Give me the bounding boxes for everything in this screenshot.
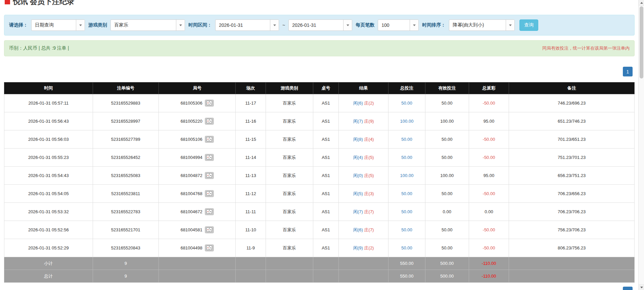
view-cards-icon[interactable] (205, 244, 214, 251)
time-range-label: 时间区间： (188, 22, 212, 28)
cell-time: 2026-01-31 05:54:43 (4, 167, 93, 185)
view-cards-icon[interactable] (205, 226, 214, 233)
result-player: 闲(0) (353, 173, 363, 178)
cell-total-bet[interactable]: 100.00 (388, 167, 425, 185)
view-cards-icon[interactable] (205, 172, 214, 179)
table-row: 2026-01-31 05:52:56523165521701681004581… (4, 221, 635, 239)
cards-graphic (205, 118, 213, 124)
result-banker: 庄(4) (364, 137, 374, 142)
cell-total-bet[interactable]: 50.00 (388, 221, 425, 239)
scrollbar-thumb[interactable] (640, 6, 643, 78)
footer-label: 小计 (4, 257, 93, 270)
cell-payout: -50.00 (469, 239, 509, 257)
page-size-label: 每页笔数 (356, 22, 374, 28)
footer-cell (339, 270, 388, 283)
cell-table-no: AS1 (313, 167, 338, 185)
cell-time: 2026-01-31 05:57:11 (4, 94, 93, 112)
result-banker: 庄(9) (364, 119, 374, 124)
cell-session: 11-16 (236, 112, 266, 130)
cell-session: 11-17 (236, 94, 266, 112)
cell-session: 11-12 (236, 185, 266, 203)
cell-note: 756.23/706.23 (509, 221, 635, 239)
cell-total-bet[interactable]: 50.00 (388, 185, 425, 203)
summary-notice: 同局有效投注，统一计算在该局第一张注单内 (542, 45, 630, 51)
view-cards-icon[interactable] (205, 100, 214, 107)
time-sort-select[interactable]: 降幂(由大到小) (449, 19, 515, 31)
cell-time: 2026-01-31 05:52:56 (4, 221, 93, 239)
cell-valid-bet: 50.00 (425, 221, 469, 239)
pagination-page-1[interactable]: 1 (623, 67, 633, 76)
cell-payout: -50.00 (469, 130, 509, 149)
cell-time: 2026-01-31 05:55:23 (4, 149, 93, 167)
round-number: 681004994 (181, 155, 202, 160)
table-row: 2026-01-31 05:55:23523165526452681004994… (4, 149, 635, 167)
cards-graphic (205, 154, 213, 161)
page-title: 悦讯 会员下注纪录 (13, 0, 74, 7)
cell-valid-bet: 50.00 (425, 239, 469, 257)
round-number: 681004581 (181, 227, 202, 232)
cards-graphic (205, 136, 213, 142)
cell-round-id: 681004498 (158, 239, 235, 257)
chevron-down-icon (270, 20, 279, 31)
query-type-label: 请选择： (9, 22, 28, 28)
result-banker: 庄(2) (364, 101, 374, 106)
cards-graphic (205, 209, 213, 215)
cell-time: 2026-01-31 05:56:43 (4, 112, 93, 130)
vertical-scrollbar[interactable] (638, 0, 644, 290)
column-header-session: 场次 (236, 82, 266, 94)
date-to-select[interactable]: 2026-01-31 (288, 19, 352, 31)
cell-bet-id: 523165522783 (93, 203, 158, 221)
cards-graphic (205, 190, 213, 197)
search-button[interactable]: 查询 (519, 19, 538, 31)
scroll-up-icon[interactable] (639, 0, 644, 6)
date-from-select[interactable]: 2026-01-31 (215, 19, 279, 31)
cell-payout: 95.00 (469, 112, 509, 130)
view-cards-icon[interactable] (205, 154, 214, 161)
game-type-select[interactable]: 百家乐 (110, 19, 185, 31)
game-type-value: 百家乐 (111, 22, 176, 28)
cell-payout: -50.00 (469, 149, 509, 167)
cell-note: 651.23/746.23 (509, 112, 635, 130)
cell-valid-bet: 0.00 (425, 203, 469, 221)
result-player: 闲(7) (353, 209, 363, 214)
page-size-select[interactable]: 100 (378, 19, 419, 31)
result-banker: 庄(7) (364, 227, 374, 232)
footer-cell (236, 257, 266, 270)
cell-total-bet[interactable]: 50.00 (388, 130, 425, 149)
view-cards-icon[interactable] (205, 190, 214, 197)
footer-cell: -110.00 (469, 257, 509, 270)
cell-total-bet[interactable]: 50.00 (388, 203, 425, 221)
pagination-top: 1 (4, 67, 635, 76)
view-cards-icon[interactable] (205, 136, 214, 143)
cell-bet-id: 523165529883 (93, 94, 158, 112)
table-row: 2026-01-31 05:53:32523165522783681004672… (4, 203, 635, 221)
subtotal-row: 小计9550.00500.00-110.00 (4, 257, 635, 270)
cell-total-bet[interactable]: 50.00 (388, 239, 425, 257)
footer-cell: 550.00 (388, 270, 425, 283)
cell-table-no: AS1 (313, 149, 338, 167)
cell-note: 746.23/696.23 (509, 94, 635, 112)
footer-cell: 9 (93, 270, 158, 283)
cell-total-bet[interactable]: 50.00 (388, 94, 425, 112)
cards-graphic (205, 172, 213, 179)
query-type-select[interactable]: 日期查询 (31, 19, 85, 31)
bet-records-table: 时间注单编号局号场次游戏类别桌号结果总投注有效投注总派彩备注 2026-01-3… (4, 82, 635, 283)
date-to-value: 2026-01-31 (289, 22, 343, 28)
result-banker: 庄(5) (364, 173, 374, 178)
title-logo-icon (5, 0, 10, 4)
cell-total-bet[interactable]: 50.00 (388, 149, 425, 167)
cards-graphic (205, 245, 213, 251)
table-row: 2026-01-31 05:56:43523165528997681005220… (4, 112, 635, 130)
footer-cell (266, 257, 313, 270)
filter-bar: 请选择： 日期查询 游戏类别 百家乐 时间区间： 2026-01-31 ~ 20… (4, 15, 635, 36)
scroll-down-icon[interactable] (639, 284, 644, 290)
view-cards-icon[interactable] (205, 208, 214, 215)
date-from-value: 2026-01-31 (216, 22, 270, 28)
view-cards-icon[interactable] (205, 118, 214, 125)
column-header-note: 备注 (509, 82, 635, 94)
cell-table-no: AS1 (313, 112, 338, 130)
table-row: 2026-01-31 05:54:05523165523811681004768… (4, 185, 635, 203)
cell-total-bet[interactable]: 100.00 (388, 112, 425, 130)
round-number: 681005106 (181, 137, 202, 142)
pagination-page-1[interactable]: 1 (623, 287, 633, 290)
